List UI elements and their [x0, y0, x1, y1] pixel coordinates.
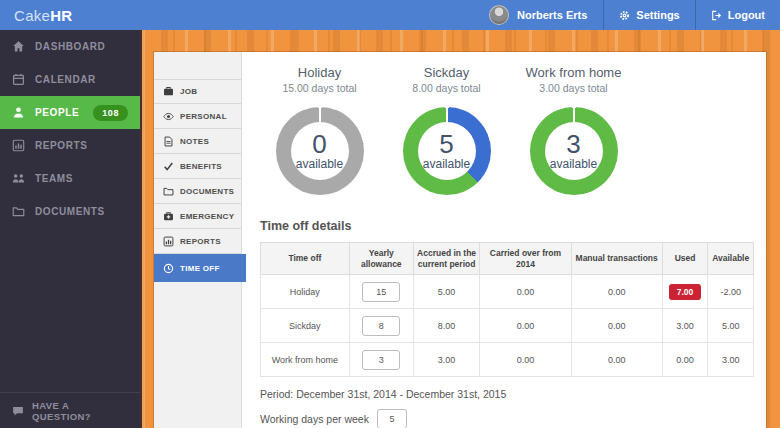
calendar-icon [12, 73, 25, 86]
cell-carried-over: 0.00 [480, 275, 571, 309]
cell-available: 3.00 [708, 343, 754, 377]
available-count: 5 [439, 131, 453, 157]
chart-title: Holiday [256, 65, 383, 80]
app-logo[interactable]: CakeHR [0, 0, 86, 30]
folder-icon [12, 205, 25, 218]
user-avatar[interactable] [489, 5, 509, 25]
sidebar-item-label: REPORTS [35, 140, 88, 151]
sidebar-item-teams[interactable]: TEAMS [0, 162, 140, 195]
working-days-label: Working days per week [260, 413, 369, 425]
available-label: available [423, 157, 470, 171]
col-header-used: Used [662, 243, 708, 275]
col-header-yearly-allowance: Yearly allowance [349, 243, 413, 275]
subnav-item-label: BENEFITS [180, 162, 222, 171]
table-row-holiday: Holiday 5.00 0.00 0.00 7.00 -2.00 [261, 275, 754, 309]
have-a-question-label: HAVE A QUESTION? [32, 400, 128, 422]
yearly-allowance-input[interactable] [362, 316, 400, 336]
eye-icon [163, 111, 174, 122]
user-menu[interactable]: Norberts Erts [473, 0, 603, 30]
cell-name: Work from home [261, 343, 350, 377]
logout-button[interactable]: Logout [695, 0, 780, 30]
sidebar-item-reports[interactable]: REPORTS [0, 129, 140, 162]
subnav-item-label: PERSONAL [180, 112, 227, 121]
working-days-input[interactable] [377, 409, 407, 428]
cell-available: 5.00 [708, 309, 754, 343]
sidebar-item-people[interactable]: PEOPLE 108 [0, 96, 140, 129]
sidebar-item-label: DASHBOARD [35, 41, 105, 52]
clock-icon [163, 263, 174, 274]
period-text: Period: December 31st, 2014 - December 3… [260, 388, 766, 400]
time-off-panel: Holiday 15.00 days total 0 available Sic… [242, 52, 766, 428]
available-count: 0 [312, 131, 326, 157]
bar-chart-icon [12, 139, 25, 152]
chart-subtitle: 15.00 days total [256, 82, 383, 94]
col-header-carried-over: Carried over from 2014 [480, 243, 571, 275]
used-badge: 7.00 [669, 284, 702, 300]
people-count-badge: 108 [93, 105, 128, 121]
subnav-item-label: NOTES [180, 137, 209, 146]
sidebar-item-label: PEOPLE [35, 107, 79, 118]
sidebar: DASHBOARD CALENDAR PEOPLE 108 REPORTS TE… [0, 30, 140, 428]
subnav-item-label: DOCUMENTS [180, 187, 234, 196]
subnav-item-label: TIME OFF [180, 264, 220, 273]
subnav-item-personal[interactable]: PERSONAL [154, 104, 241, 129]
check-icon [163, 161, 174, 172]
table-header-row: Time off Yearly allowance Accrued in the… [261, 243, 754, 275]
cell-accrued: 5.00 [413, 275, 480, 309]
cell-manual: 0.00 [571, 309, 662, 343]
cell-accrued: 3.00 [413, 343, 480, 377]
holiday-chart-group: Holiday 15.00 days total 0 available [256, 65, 383, 195]
note-icon [163, 136, 174, 147]
have-a-question-link[interactable]: HAVE A QUESTION? [0, 392, 140, 428]
sidebar-item-label: CALENDAR [35, 74, 96, 85]
subnav-item-job[interactable]: JOB [154, 79, 241, 104]
cell-used: 0.00 [662, 343, 708, 377]
cell-manual: 0.00 [571, 275, 662, 309]
bar-chart-icon [163, 236, 174, 247]
subnav-item-reports[interactable]: REPORTS [154, 229, 241, 254]
col-header-manual: Manual transactions [571, 243, 662, 275]
folder-icon [163, 186, 174, 197]
subnav-item-benefits[interactable]: BENEFITS [154, 154, 241, 179]
work-from-home-chart-group: Work from home 3.00 days total 3 availab… [510, 65, 637, 195]
sickday-donut-chart: 5 available [403, 107, 491, 195]
yearly-allowance-input[interactable] [362, 282, 400, 302]
user-name: Norberts Erts [517, 9, 587, 21]
subnav-item-emergency[interactable]: EMERGENCY [154, 204, 241, 229]
settings-label: Settings [636, 9, 679, 21]
available-count: 3 [566, 131, 580, 157]
chart-subtitle: 8.00 days total [383, 82, 510, 94]
available-label: available [550, 157, 597, 171]
gear-icon [619, 10, 630, 21]
group-icon [12, 172, 25, 185]
table-row-sickday: Sickday 8.00 0.00 0.00 3.00 5.00 [261, 309, 754, 343]
col-header-time-off: Time off [261, 243, 350, 275]
sidebar-item-dashboard[interactable]: DASHBOARD [0, 30, 140, 63]
sidebar-item-documents[interactable]: DOCUMENTS [0, 195, 140, 228]
cell-carried-over: 0.00 [480, 343, 571, 377]
subnav-item-label: REPORTS [180, 237, 221, 246]
chart-title: Sickday [383, 65, 510, 80]
logout-label: Logout [728, 9, 765, 21]
sickday-chart-group: Sickday 8.00 days total 5 available [383, 65, 510, 195]
logo-text-cake: Cake [14, 7, 50, 24]
subnav-item-documents[interactable]: DOCUMENTS [154, 179, 241, 204]
cell-name: Holiday [261, 275, 350, 309]
cell-carried-over: 0.00 [480, 309, 571, 343]
chart-subtitle: 3.00 days total [510, 82, 637, 94]
settings-button[interactable]: Settings [603, 0, 694, 30]
home-icon [12, 40, 25, 53]
top-navbar: CakeHR Norberts Erts Settings Logout [0, 0, 780, 30]
sidebar-item-calendar[interactable]: CALENDAR [0, 63, 140, 96]
subnav-item-time-off[interactable]: TIME OFF [154, 254, 246, 282]
logo-text-hr: HR [50, 7, 72, 24]
subnav-item-notes[interactable]: NOTES [154, 129, 241, 154]
main-frame: JOB PERSONAL NOTES BENEFI [140, 30, 780, 428]
available-label: available [296, 157, 343, 171]
chart-title: Work from home [510, 65, 637, 80]
chat-icon [12, 405, 24, 417]
yearly-allowance-input[interactable] [362, 350, 400, 370]
time-off-details-heading: Time off details [260, 219, 766, 233]
table-row-work-from-home: Work from home 3.00 0.00 0.00 0.00 3.00 [261, 343, 754, 377]
sidebar-item-label: DOCUMENTS [35, 206, 105, 217]
